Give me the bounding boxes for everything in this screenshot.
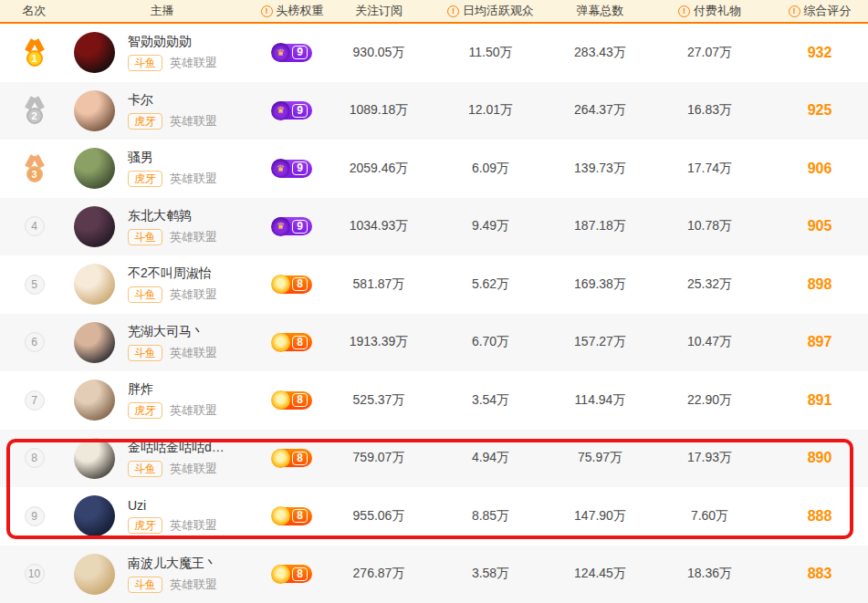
avatar[interactable] xyxy=(74,322,115,363)
streamer-name[interactable]: 金咕咕金咕咕d… xyxy=(128,440,225,456)
followers-value: 1913.39万 xyxy=(329,334,429,350)
streamer-meta: 虎牙 英雄联盟 xyxy=(128,113,217,130)
table-row-rank-7[interactable]: 7 胖炸 虎牙 英雄联盟 8 525.37万 3.54万 114.94万 22.… xyxy=(0,371,868,430)
avatar[interactable] xyxy=(74,554,115,595)
rank-number: 7 xyxy=(25,390,45,411)
level-badge-icon: ♛ xyxy=(271,101,290,120)
avatar[interactable] xyxy=(74,148,115,189)
column-header-label: 付费礼物 xyxy=(694,3,741,19)
column-header-label: 主播 xyxy=(151,3,174,19)
streamer-info: 东北大鹌鹑 斗鱼 英雄联盟 xyxy=(128,208,217,245)
column-header-label: 关注订阅 xyxy=(355,3,403,19)
danmaku-total-value: 264.37万 xyxy=(552,102,648,119)
table-row-rank-8[interactable]: 8 金咕咕金咕咕d… 斗鱼 英雄联盟 8 759.07万 4.94万 75.97… xyxy=(0,430,868,488)
overall-score-value: 906 xyxy=(771,161,868,177)
column-header-label: 弹幕总数 xyxy=(577,3,624,19)
daily-viewers-value: 12.01万 xyxy=(429,102,552,119)
table-row-rank-1[interactable]: 1 智勋勋勋勋 斗鱼 英雄联盟 ♛ 9 930.05万 11.50万 283.4… xyxy=(0,24,868,82)
platform-badge: 斗鱼 xyxy=(128,461,162,477)
paid-gifts-value: 17.74万 xyxy=(648,161,771,177)
avatar[interactable] xyxy=(74,438,115,479)
streamer-name[interactable]: 卡尔 xyxy=(128,92,217,109)
game-category-label: 英雄联盟 xyxy=(170,55,217,71)
level-badge-icon xyxy=(271,275,290,294)
table-row-rank-2[interactable]: 2 卡尔 虎牙 英雄联盟 ♛ 9 1089.18万 12.01万 264.37万… xyxy=(0,82,868,140)
table-row-rank-3[interactable]: 3 骚男 虎牙 英雄联盟 ♛ 9 2059.46万 6.09万 139.73万 … xyxy=(0,140,868,198)
rank-number: 1 xyxy=(26,50,43,67)
level-badge-icon: ♛ xyxy=(271,159,290,178)
rank-cell: 1 xyxy=(0,39,68,67)
streamer-name[interactable]: 南波儿大魔王丶 xyxy=(128,556,217,572)
level-number: 8 xyxy=(292,567,308,581)
streamer-meta: 斗鱼 英雄联盟 xyxy=(128,286,217,303)
streamer-meta: 斗鱼 英雄联盟 xyxy=(128,345,217,361)
streamer-name[interactable]: Uzi xyxy=(128,498,217,513)
level-badge-icon: ♛ xyxy=(271,217,290,236)
avatar[interactable] xyxy=(74,264,115,305)
paid-gifts-value: 27.07万 xyxy=(648,45,771,61)
streamer-cell: 芜湖大司马丶 斗鱼 英雄联盟 xyxy=(68,322,256,363)
followers-value: 525.37万 xyxy=(329,392,429,409)
followers-value: 759.07万 xyxy=(329,450,429,466)
level-number: 9 xyxy=(292,46,308,59)
level-badge: ♛ 9 xyxy=(272,217,312,235)
streamer-name[interactable]: 骚男 xyxy=(128,150,217,166)
overall-score-value: 898 xyxy=(771,276,868,293)
streamer-name[interactable]: 芜湖大司马丶 xyxy=(128,324,217,340)
danmaku-total-value: 187.18万 xyxy=(552,218,648,234)
level-badge-icon xyxy=(271,565,290,584)
platform-badge: 斗鱼 xyxy=(128,55,162,71)
info-icon[interactable]: ! xyxy=(678,5,690,17)
table-row-rank-10[interactable]: 10 南波儿大魔王丶 斗鱼 英雄联盟 8 276.87万 3.58万 124.4… xyxy=(0,546,868,603)
streamer-name[interactable]: 东北大鹌鹑 xyxy=(128,208,217,224)
rank-medal-icon: 3 xyxy=(24,155,46,182)
info-icon[interactable]: ! xyxy=(789,5,800,17)
daily-viewers-value: 6.70万 xyxy=(429,334,552,350)
info-icon[interactable]: ! xyxy=(261,5,273,17)
streamer-name[interactable]: 智勋勋勋勋 xyxy=(128,34,217,50)
level-badge: 8 xyxy=(272,449,312,467)
platform-badge: 斗鱼 xyxy=(128,229,162,245)
level-badge: 8 xyxy=(272,507,312,525)
streamer-name[interactable]: 不2不叫周淑怡 xyxy=(128,265,217,282)
streamer-meta: 虎牙 英雄联盟 xyxy=(128,402,217,419)
game-category-label: 英雄联盟 xyxy=(170,402,217,419)
paid-gifts-value: 10.47万 xyxy=(648,334,771,350)
streamer-cell: 东北大鹌鹑 斗鱼 英雄联盟 xyxy=(68,206,256,247)
table-row-rank-6[interactable]: 6 芜湖大司马丶 斗鱼 英雄联盟 8 1913.39万 6.70万 157.27… xyxy=(0,314,868,372)
level-number: 9 xyxy=(292,220,308,234)
streamer-cell: Uzi 虎牙 英雄联盟 xyxy=(68,495,256,536)
avatar[interactable] xyxy=(74,206,115,247)
daily-viewers-value: 11.50万 xyxy=(429,45,552,61)
streamer-name[interactable]: 胖炸 xyxy=(128,381,217,398)
rank-number: 10 xyxy=(25,564,45,584)
danmaku-total-value: 124.45万 xyxy=(552,566,648,582)
streamer-info: 南波儿大魔王丶 斗鱼 英雄联盟 xyxy=(128,556,217,593)
table-row-rank-4[interactable]: 4 东北大鹌鹑 斗鱼 英雄联盟 ♛ 9 1034.93万 9.49万 187.1… xyxy=(0,198,868,256)
avatar[interactable] xyxy=(74,495,115,536)
game-category-label: 英雄联盟 xyxy=(170,113,217,130)
daily-viewers-value: 5.62万 xyxy=(429,276,552,293)
danmaku-total-value: 283.43万 xyxy=(552,45,648,61)
rank-cell: 7 xyxy=(0,390,68,411)
level-badge: 8 xyxy=(272,565,312,583)
column-header-gifts: ! 付费礼物 xyxy=(648,0,771,22)
avatar[interactable] xyxy=(74,32,115,73)
info-icon[interactable]: ! xyxy=(447,5,459,17)
table-row-rank-5[interactable]: 5 不2不叫周淑怡 斗鱼 英雄联盟 8 581.87万 5.62万 169.38… xyxy=(0,255,868,314)
avatar[interactable] xyxy=(74,379,115,421)
level-badge-icon xyxy=(271,333,290,352)
paid-gifts-value: 25.32万 xyxy=(648,276,771,293)
game-category-label: 英雄联盟 xyxy=(170,171,217,187)
table-row-rank-9[interactable]: 9 Uzi 虎牙 英雄联盟 8 955.06万 8.85万 147.90万 7.… xyxy=(0,487,868,546)
danmaku-total-value: 147.90万 xyxy=(552,508,648,525)
danmaku-total-value: 114.94万 xyxy=(552,392,648,409)
streamer-meta: 虎牙 英雄联盟 xyxy=(128,517,217,534)
column-header-label: 综合评分 xyxy=(804,3,852,19)
overall-score-value: 883 xyxy=(771,566,868,582)
paid-gifts-value: 22.90万 xyxy=(648,392,771,409)
followers-value: 955.06万 xyxy=(329,508,429,525)
daily-viewers-value: 6.09万 xyxy=(429,161,552,177)
avatar[interactable] xyxy=(74,90,115,131)
streamer-cell: 智勋勋勋勋 斗鱼 英雄联盟 xyxy=(68,32,256,73)
